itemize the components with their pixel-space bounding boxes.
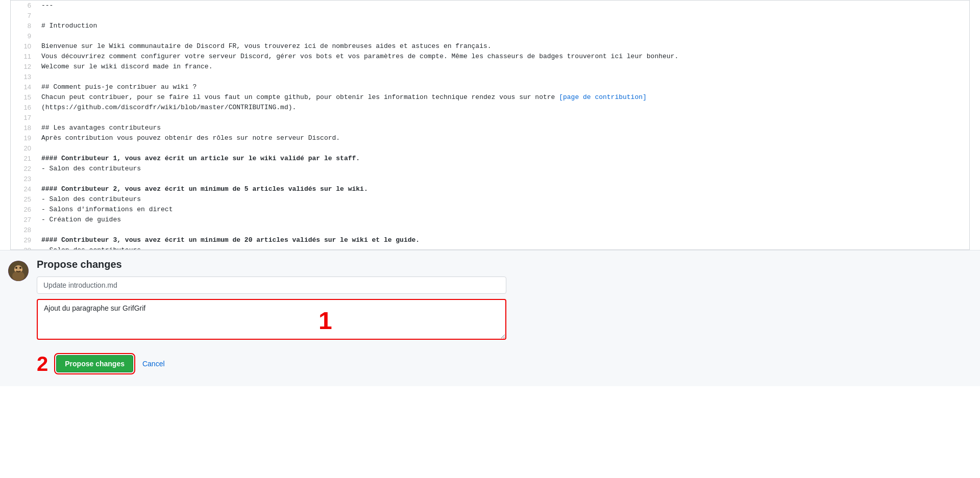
- code-line: 28: [11, 225, 969, 235]
- code-line: 25 - Salon des contributeurs: [11, 194, 969, 205]
- line-number: 30: [11, 245, 36, 250]
- cancel-button[interactable]: Cancel: [137, 356, 170, 372]
- code-line: 19 Après contribution vous pouvez obteni…: [11, 133, 969, 143]
- line-number: 9: [11, 31, 36, 41]
- commit-description-textarea[interactable]: Ajout du paragraphe sur GrifGrif: [37, 299, 506, 340]
- line-number: 10: [11, 41, 36, 52]
- line-content: - Création de guides: [36, 215, 969, 225]
- page-wrapper: 6 --- 7 8 # Introduction 9: [0, 0, 980, 478]
- code-line: 18 ## Les avantages contributeurs: [11, 123, 969, 133]
- line-content: ## Comment puis-je contribuer au wiki ?: [36, 82, 969, 92]
- main-content: 6 --- 7 8 # Introduction 9: [0, 0, 980, 250]
- line-number: 17: [11, 113, 36, 123]
- code-line: 9: [11, 31, 969, 41]
- line-content: [36, 143, 969, 154]
- code-line: 23: [11, 174, 969, 184]
- line-number: 14: [11, 82, 36, 92]
- line-content: [36, 72, 969, 82]
- code-line: 30 - Salon des contributeurs: [11, 245, 969, 250]
- svg-point-4: [19, 267, 21, 269]
- line-content: # Introduction: [36, 21, 969, 31]
- code-line: 24 #### Contributeur 2, vous avez écrit …: [11, 184, 969, 194]
- line-content: #### Contributeur 3, vous avez écrit un …: [36, 235, 969, 245]
- propose-content: Propose changes Ajout du paragraphe sur …: [37, 259, 506, 341]
- code-editor[interactable]: 6 --- 7 8 # Introduction 9: [10, 0, 970, 250]
- textarea-wrapper: Ajout du paragraphe sur GrifGrif 1: [37, 299, 506, 341]
- code-line: 10 Bienvenue sur le Wiki communautaire d…: [11, 41, 969, 52]
- line-content: [36, 31, 969, 41]
- line-content: ## Les avantages contributeurs: [36, 123, 969, 133]
- propose-changes-title: Propose changes: [37, 259, 506, 270]
- line-content: - Salon des contributeurs: [36, 164, 969, 174]
- code-line: 17: [11, 113, 969, 123]
- line-content: [36, 174, 969, 184]
- line-number: 6: [11, 1, 36, 11]
- svg-point-3: [15, 267, 17, 269]
- annotation-2: 2: [37, 354, 48, 374]
- code-line: 15 Chacun peut contribuer, pour se faire…: [11, 92, 969, 103]
- code-line: 29 #### Contributeur 3, vous avez écrit …: [11, 235, 969, 245]
- code-line: 14 ## Comment puis-je contribuer au wiki…: [11, 82, 969, 92]
- code-line: 16 (https://github.com/discordfr/wiki/bl…: [11, 103, 969, 113]
- line-content: [36, 225, 969, 235]
- line-number: 28: [11, 225, 36, 235]
- line-number: 19: [11, 133, 36, 143]
- line-content: - Salon des contributeurs: [36, 194, 969, 205]
- code-line: 27 - Création de guides: [11, 215, 969, 225]
- line-content: Après contribution vous pouvez obtenir d…: [36, 133, 969, 143]
- propose-section: Propose changes Ajout du paragraphe sur …: [0, 250, 980, 349]
- line-number: 29: [11, 235, 36, 245]
- code-lines: 6 --- 7 8 # Introduction 9: [11, 1, 969, 250]
- action-row: 2 Propose changes Cancel: [0, 354, 980, 374]
- line-number: 24: [11, 184, 36, 194]
- avatar-image: [8, 261, 29, 281]
- line-number: 25: [11, 194, 36, 205]
- contribution-link[interactable]: [page de contribution]: [559, 93, 647, 101]
- line-number: 27: [11, 215, 36, 225]
- line-content: #### Contributeur 1, vous avez écrit un …: [36, 154, 969, 164]
- code-line: 8 # Introduction: [11, 21, 969, 31]
- code-line: 20: [11, 143, 969, 154]
- line-content: [36, 113, 969, 123]
- propose-changes-button[interactable]: Propose changes: [56, 355, 133, 372]
- line-number: 26: [11, 205, 36, 215]
- line-number: 18: [11, 123, 36, 133]
- line-content: - Salons d'informations en direct: [36, 205, 969, 215]
- commit-title-input[interactable]: [37, 276, 506, 294]
- line-number: 8: [11, 21, 36, 31]
- line-number: 16: [11, 103, 36, 113]
- line-content: - Salon des contributeurs: [36, 245, 969, 250]
- line-number: 7: [11, 11, 36, 21]
- line-content: Chacun peut contribuer, pour se faire il…: [36, 92, 969, 103]
- line-number: 21: [11, 154, 36, 164]
- avatar-col: [0, 259, 37, 281]
- code-line: 11 Vous découvrirez comment configurer v…: [11, 52, 969, 62]
- line-content: ---: [36, 1, 969, 11]
- svg-point-5: [14, 269, 16, 271]
- line-content: #### Contributeur 2, vous avez écrit un …: [36, 184, 969, 194]
- line-number: 13: [11, 72, 36, 82]
- code-line: 22 - Salon des contributeurs: [11, 164, 969, 174]
- line-content: Bienvenue sur le Wiki communautaire de D…: [36, 41, 969, 52]
- line-content: (https://github.com/discordfr/wiki/blob/…: [36, 103, 969, 113]
- line-number: 15: [11, 92, 36, 103]
- line-content: [36, 11, 969, 21]
- code-line: 13: [11, 72, 969, 82]
- line-number: 12: [11, 62, 36, 72]
- avatar: [8, 261, 29, 281]
- code-line: 12 Welcome sur le wiki discord made in f…: [11, 62, 969, 72]
- line-number: 11: [11, 52, 36, 62]
- code-line: 7: [11, 11, 969, 21]
- line-content: Welcome sur le wiki discord made in fran…: [36, 62, 969, 72]
- code-line: 26 - Salons d'informations en direct: [11, 205, 969, 215]
- svg-point-6: [20, 269, 22, 271]
- line-number: 20: [11, 143, 36, 154]
- code-line: 21 #### Contributeur 1, vous avez écrit …: [11, 154, 969, 164]
- line-number: 22: [11, 164, 36, 174]
- line-number: 23: [11, 174, 36, 184]
- code-line: 6 ---: [11, 1, 969, 11]
- line-content: Vous découvrirez comment configurer votr…: [36, 52, 969, 62]
- svg-point-2: [12, 271, 24, 281]
